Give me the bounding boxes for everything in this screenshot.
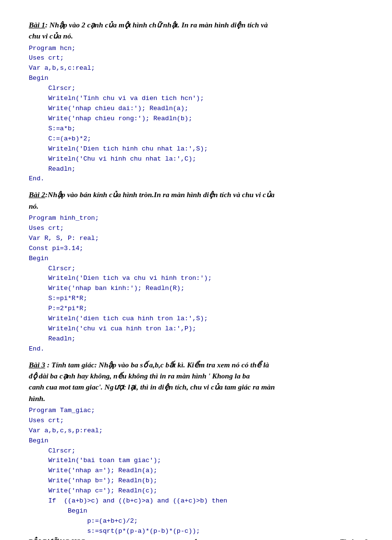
bai3-title: Bài 3 : Tính tam giác: Nhập vào ba số a,… [29, 359, 368, 404]
page-content: Bài 1: Nhập vào 2 cạnh của một hình chữ … [29, 19, 368, 537]
bai1-prefix: Bài 1 [29, 21, 45, 29]
bai2-prefix: Bài 2 [29, 190, 45, 199]
bai2-code: Program hinh_tron; Uses crt; Var R, S, P… [29, 213, 368, 354]
bai3-title-text: : Tính tam giác: Nhập vào ba số a,b,c bấ… [45, 361, 269, 369]
bai2-title-text2: nó. [29, 202, 38, 210]
bai3-title-line2: độ dài ba cạnh hay không, nếu không thì … [29, 372, 250, 380]
section-bai3: Bài 3 : Tính tam giác: Nhập vào ba số a,… [29, 359, 368, 537]
bai3-title-line4: hình. [29, 394, 45, 402]
footer-right: Tin học 8 [340, 538, 368, 540]
bai1-code: Program hcn; Uses crt; Var a,b,s,c:real;… [29, 44, 368, 185]
section-bai2: Bài 2:Nhập vào bán kính của hình tròn.In… [29, 189, 368, 354]
bai3-prefix: Bài 3 [29, 361, 45, 369]
bai2-title: Bài 2:Nhập vào bán kính của hình tròn.In… [29, 189, 368, 212]
footer-left: BỒI DƯỠNG HSG [29, 538, 86, 540]
page-footer: BỒI DƯỠNG HSG 1 Tin học 8 [0, 538, 392, 540]
bai1-title: Bài 1: Nhập vào 2 cạnh của một hình chữ … [29, 19, 368, 42]
bai2-title-text: :Nhập vào bán kính của hình tròn.In ra m… [45, 190, 274, 199]
bai1-title-text: : Nhập vào 2 cạnh của một hình chữ nhật.… [45, 21, 268, 29]
footer-center: 1 [195, 538, 198, 540]
bai3-title-line3: canh cua mot tam giac'. Ngược lại, thì i… [29, 383, 275, 391]
bai1-title-text2: chu vi của nó. [29, 32, 73, 40]
bai3-code: Program Tam_giac; Uses crt; Var a,b,c,s,… [29, 406, 368, 537]
section-bai1: Bài 1: Nhập vào 2 cạnh của một hình chữ … [29, 19, 368, 184]
